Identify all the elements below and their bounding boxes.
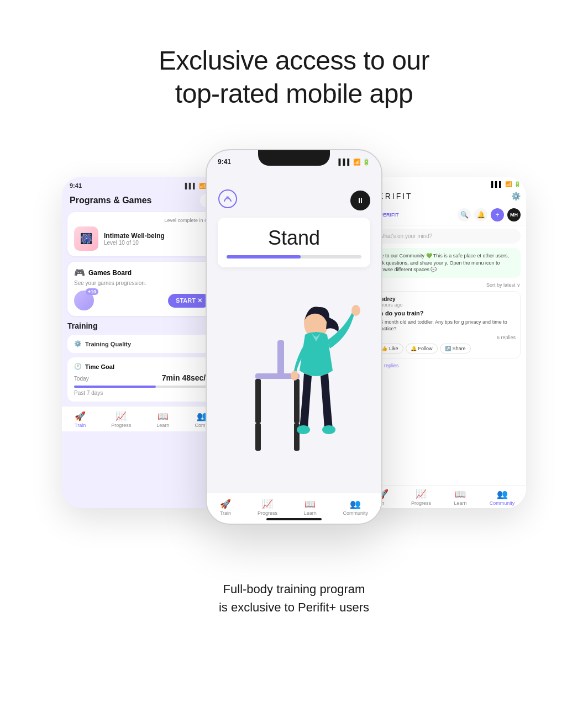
nav-learn-center-label: Learn bbox=[304, 510, 317, 516]
share-icon: ↗️ bbox=[445, 346, 451, 351]
stand-box: Stand bbox=[218, 218, 370, 267]
phone-notch bbox=[258, 150, 330, 166]
start-button[interactable]: START ✕ bbox=[168, 294, 210, 308]
progress-fill bbox=[74, 386, 156, 388]
nav-community-label-right: Community bbox=[490, 500, 515, 506]
post-replies-count: 6 replies bbox=[376, 335, 516, 340]
program-name: Intimate Well-being bbox=[104, 232, 165, 240]
perifit-actions: 🔍 🔔 + MH bbox=[458, 208, 521, 221]
community-welcome-text: me to our Community 💚 This is a safe pla… bbox=[371, 248, 521, 278]
woman-chair-svg bbox=[222, 279, 366, 456]
nav-learn-label-right: Learn bbox=[454, 500, 466, 506]
svg-rect-6 bbox=[255, 379, 261, 423]
progress-icon-center: 📈 bbox=[262, 499, 273, 509]
nav-progress-center-label: Progress bbox=[258, 510, 277, 516]
today-label: Today bbox=[74, 376, 89, 382]
footer-line2: is exclusive to Perifit+ users bbox=[219, 600, 369, 614]
search-button[interactable]: 🔍 bbox=[458, 208, 471, 221]
svg-rect-3 bbox=[277, 340, 284, 379]
home-indicator bbox=[266, 518, 322, 520]
nav-progress-center[interactable]: 📈 Progress bbox=[258, 499, 277, 516]
programs-games-title: Programs & Games bbox=[70, 196, 152, 205]
nav-learn-center[interactable]: 📖 Learn bbox=[304, 499, 317, 516]
svg-point-12 bbox=[322, 425, 335, 434]
follow-label: Follow bbox=[418, 346, 433, 351]
training-quality-label: Training Quality bbox=[85, 341, 131, 347]
training-quality-card: ⚙️ Training Quality bbox=[67, 335, 217, 353]
like-label: Like bbox=[389, 346, 398, 351]
progress-icon-right: 📈 bbox=[416, 489, 427, 499]
post-time: 2 hours ago bbox=[376, 302, 516, 308]
right-phone: 11 ▌▌▌📶🔋 PERIFIT ⚙️ 🌿 PERIFIT 🔍 🔔 bbox=[366, 177, 526, 508]
wifi-icon: 📶 bbox=[353, 159, 361, 166]
training-title: Training bbox=[67, 321, 217, 330]
perifit-subnav: 🌿 PERIFIT 🔍 🔔 + MH bbox=[366, 205, 526, 225]
nav-learn-label: Learn bbox=[156, 423, 169, 428]
center-top-bar: ⏸ bbox=[207, 168, 381, 218]
right-status-bar: 11 ▌▌▌📶🔋 bbox=[366, 177, 526, 189]
program-thumbnail: 🎆 bbox=[74, 226, 98, 251]
exercise-progress-fill bbox=[227, 255, 301, 258]
svg-point-1 bbox=[226, 196, 229, 199]
nav-train[interactable]: 🚀 Train bbox=[75, 411, 86, 428]
left-status-bar: 9:41 ▌▌▌ 📶 🔋 bbox=[62, 177, 222, 191]
learn-icon: 📖 bbox=[158, 411, 169, 421]
svg-point-11 bbox=[297, 425, 310, 434]
games-badge: +10 bbox=[86, 288, 98, 295]
share-button[interactable]: ↗️ Share bbox=[440, 344, 471, 354]
sort-label[interactable]: Sort by latest ∨ bbox=[486, 282, 521, 288]
gamepad-icon: 🎮 bbox=[74, 267, 85, 278]
nav-train-center-label: Train bbox=[220, 510, 231, 516]
battery-icon: 🔋 bbox=[363, 159, 370, 166]
nav-progress-right[interactable]: 📈 Progress bbox=[411, 489, 431, 506]
nav-progress-left[interactable]: 📈 Progress bbox=[111, 411, 131, 428]
more-replies-link[interactable]: more replies bbox=[366, 363, 526, 368]
progress-icon: 📈 bbox=[116, 411, 127, 421]
exercise-progress-bar bbox=[227, 255, 361, 258]
nav-learn-left[interactable]: 📖 Learn bbox=[156, 411, 169, 428]
level-complete-text: Level complete in 64 bbox=[74, 218, 210, 223]
nav-progress-label: Progress bbox=[111, 423, 131, 428]
community-icon-right: 👥 bbox=[497, 489, 508, 499]
signal-icon: ▌▌▌ bbox=[339, 159, 351, 165]
nav-community-center[interactable]: 👥 Community bbox=[343, 499, 369, 516]
add-button[interactable]: + bbox=[491, 208, 504, 221]
exercise-illustration bbox=[207, 274, 381, 462]
time-goal-card: 🕐 Time Goal Today 7min 48sec/7 Past 7 da… bbox=[67, 357, 217, 402]
quality-icon: ⚙️ bbox=[74, 340, 82, 347]
clock-icon: 🕐 bbox=[74, 363, 82, 370]
svg-point-10 bbox=[291, 371, 298, 381]
settings-icon[interactable]: ⚙️ bbox=[511, 192, 521, 201]
bell-button[interactable]: 🔔 bbox=[474, 208, 487, 221]
nav-community-right[interactable]: 👥 Community bbox=[490, 489, 515, 506]
svg-rect-7 bbox=[294, 379, 300, 423]
program-card: Level complete in 64 🎆 Intimate Well-bei… bbox=[67, 212, 217, 256]
bell-icon-post: 🔔 bbox=[411, 346, 417, 351]
nav-train-center[interactable]: 🚀 Train bbox=[220, 499, 231, 516]
footer: Full-body training program is exclusive … bbox=[219, 580, 369, 616]
follow-button[interactable]: 🔔 Follow bbox=[406, 344, 438, 354]
post-author: Audrey bbox=[376, 296, 516, 302]
whats-on-mind-input[interactable]: What's on your mind? bbox=[371, 229, 521, 244]
page-title: Exclusive access to our top-rated mobile… bbox=[159, 44, 429, 110]
pause-button[interactable]: ⏸ bbox=[350, 191, 370, 210]
left-bottom-nav: 🚀 Train 📈 Progress 📖 Learn 👥 Com... bbox=[62, 406, 222, 431]
avatar[interactable]: MH bbox=[507, 208, 521, 221]
games-board-title: Games Board bbox=[88, 269, 132, 277]
svg-point-9 bbox=[351, 305, 360, 316]
right-bottom-nav: 🚀 n 📈 Progress 📖 Learn 👥 Community bbox=[366, 485, 526, 508]
nav-learn-right[interactable]: 📖 Learn bbox=[454, 489, 466, 506]
sort-row: Sort by latest ∨ bbox=[366, 282, 526, 291]
footer-line1: Full-body training program bbox=[223, 582, 365, 596]
page-header: Exclusive access to our top-rated mobile… bbox=[159, 44, 429, 110]
nav-community-center-label: Community bbox=[343, 510, 369, 516]
post-question: en do you train? bbox=[376, 310, 516, 316]
center-bottom-nav: 🚀 Train 📈 Progress 📖 Learn 👥 Community bbox=[207, 493, 381, 524]
games-board-sub: See your games progression. bbox=[74, 280, 210, 286]
share-label: Share bbox=[453, 346, 466, 351]
perifit-label: PERIFIT bbox=[380, 212, 399, 218]
left-phone: 9:41 ▌▌▌ 📶 🔋 Programs & Games ? Level co… bbox=[62, 177, 222, 508]
stand-label: Stand bbox=[227, 226, 361, 250]
community-icon-center: 👥 bbox=[350, 499, 361, 509]
perifit-brand-bar: PERIFIT ⚙️ bbox=[366, 189, 526, 205]
